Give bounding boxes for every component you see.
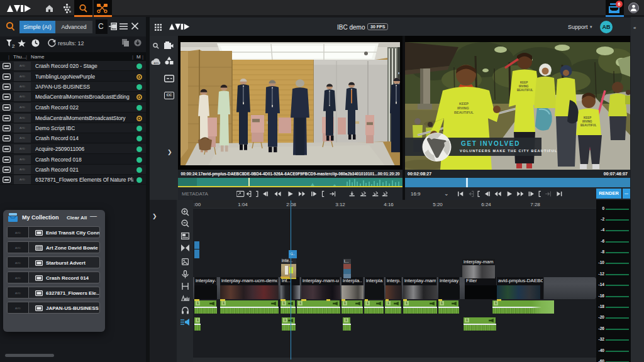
svg-text:IRVING: IRVING — [582, 120, 592, 123]
svg-text:VOLUNTEERS MAKE THE CITY BEAUT: VOLUNTEERS MAKE THE CITY BEAUTIFUL — [460, 149, 558, 153]
svg-text:IRVING: IRVING — [457, 106, 469, 110]
svg-text:KEEP: KEEP — [584, 116, 591, 119]
svg-text:BEAUTIFUL: BEAUTIFUL — [454, 111, 474, 114]
svg-text:BEAUTIFUL: BEAUTIFUL — [580, 124, 597, 127]
svg-text:IRVING: IRVING — [519, 85, 529, 88]
svg-text:BEAUTIFUL: BEAUTIFUL — [517, 89, 533, 92]
svg-text:2: 2 — [12, 43, 15, 48]
svg-text:GET INVOLVED: GET INVOLVED — [461, 140, 520, 147]
svg-text:KEEP: KEEP — [520, 81, 528, 84]
svg-text:KEEP: KEEP — [459, 102, 469, 106]
svg-text:AWS: AWS — [154, 62, 160, 65]
